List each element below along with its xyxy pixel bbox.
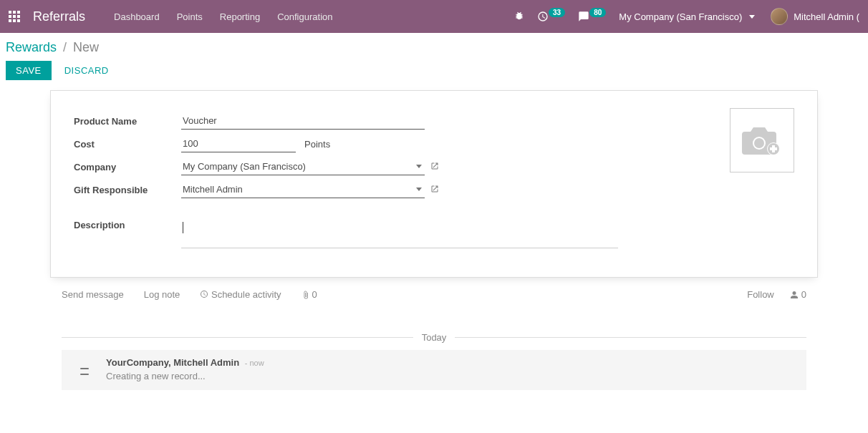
avatar bbox=[771, 8, 788, 25]
user-name: Mitchell Admin ( bbox=[794, 11, 859, 22]
discard-button[interactable]: DISCARD bbox=[62, 61, 112, 80]
input-gift-responsible[interactable] bbox=[181, 181, 413, 198]
nav-configuration[interactable]: Configuration bbox=[277, 11, 332, 22]
messages-indicator[interactable]: 80 bbox=[578, 11, 606, 22]
message-body: Creating a new record... bbox=[106, 371, 264, 381]
company-name: My Company (San Francisco) bbox=[619, 11, 742, 22]
chat-icon bbox=[578, 11, 589, 22]
send-message-button[interactable]: Send message bbox=[62, 289, 124, 300]
svg-rect-5 bbox=[770, 147, 777, 150]
company-external-link-icon[interactable] bbox=[430, 162, 439, 172]
log-note-button[interactable]: Log note bbox=[144, 289, 180, 300]
followers-button[interactable]: 0 bbox=[790, 289, 806, 300]
company-switcher[interactable]: My Company (San Francisco) bbox=[619, 11, 758, 22]
input-cost[interactable] bbox=[181, 135, 296, 152]
breadcrumb-parent[interactable]: Rewards bbox=[6, 40, 57, 54]
camera-plus-icon bbox=[739, 123, 785, 157]
breadcrumb-separator: / bbox=[63, 40, 67, 54]
gift-responsible-external-link-icon[interactable] bbox=[430, 185, 439, 195]
control-panel: Rewards / New SAVE DISCARD bbox=[0, 33, 868, 80]
chatter: Send message Log note Schedule activity … bbox=[50, 278, 818, 390]
message-avatar-placeholder bbox=[72, 357, 97, 383]
nav-dashboard[interactable]: Dashboard bbox=[114, 11, 160, 22]
attachments-count: 0 bbox=[312, 289, 317, 300]
chevron-down-icon bbox=[749, 15, 755, 19]
day-label: Today bbox=[413, 332, 455, 343]
input-company[interactable] bbox=[181, 158, 413, 175]
save-button[interactable]: SAVE bbox=[6, 61, 52, 80]
clock-icon bbox=[537, 11, 549, 22]
navbar-right: 33 80 My Company (San Francisco) Mitchel… bbox=[514, 8, 859, 25]
chatter-toolbar: Send message Log note Schedule activity … bbox=[62, 286, 806, 303]
label-cost: Cost bbox=[74, 139, 181, 150]
person-icon bbox=[790, 291, 799, 299]
activities-indicator[interactable]: 33 bbox=[537, 11, 565, 22]
activities-count: 33 bbox=[549, 8, 565, 17]
label-gift-responsible: Gift Responsible bbox=[74, 185, 181, 195]
label-description: Description bbox=[74, 220, 181, 230]
user-menu[interactable]: Mitchell Admin ( bbox=[771, 8, 859, 25]
field-cost: Cost Points bbox=[74, 135, 618, 152]
attachments-button[interactable]: 0 bbox=[302, 289, 317, 300]
schedule-activity-button[interactable]: Schedule activity bbox=[200, 289, 281, 300]
paperclip-icon bbox=[302, 291, 310, 299]
breadcrumb: Rewards / New bbox=[6, 40, 857, 55]
action-buttons: SAVE DISCARD bbox=[6, 61, 857, 80]
field-description: Description bbox=[74, 220, 618, 248]
nav-points[interactable]: Points bbox=[177, 11, 203, 22]
form-sheet: Product Name Cost Points Company bbox=[50, 90, 818, 278]
breadcrumb-current: New bbox=[73, 40, 99, 54]
input-description[interactable] bbox=[181, 220, 618, 248]
nav-reporting[interactable]: Reporting bbox=[220, 11, 260, 22]
message-time: - now bbox=[245, 359, 264, 367]
image-upload-box[interactable] bbox=[730, 108, 794, 172]
top-navbar: Referrals Dashboard Points Reporting Con… bbox=[0, 0, 868, 33]
field-gift-responsible: Gift Responsible bbox=[74, 181, 618, 198]
label-points-suffix: Points bbox=[304, 139, 330, 150]
day-separator: Today bbox=[62, 332, 806, 343]
gift-responsible-dropdown-icon[interactable] bbox=[416, 188, 422, 191]
bug-icon[interactable] bbox=[514, 11, 524, 23]
field-company: Company bbox=[74, 158, 618, 175]
follow-button[interactable]: Follow bbox=[747, 289, 774, 300]
form-fields: Product Name Cost Points Company bbox=[74, 112, 618, 248]
message-author[interactable]: YourCompany, Mitchell Admin bbox=[106, 357, 239, 368]
clock-icon bbox=[200, 290, 208, 298]
nav-menu: Dashboard Points Reporting Configuration bbox=[114, 11, 514, 22]
input-product-name[interactable] bbox=[181, 112, 425, 130]
app-brand[interactable]: Referrals bbox=[33, 9, 85, 24]
followers-count: 0 bbox=[801, 289, 806, 300]
label-product-name: Product Name bbox=[74, 116, 181, 127]
message-item: YourCompany, Mitchell Admin - now Creati… bbox=[62, 350, 806, 390]
apps-icon[interactable] bbox=[9, 11, 20, 22]
svg-point-1 bbox=[754, 138, 764, 148]
form-sheet-bg: Product Name Cost Points Company bbox=[0, 90, 868, 390]
company-dropdown-icon[interactable] bbox=[416, 165, 422, 168]
messages-count: 80 bbox=[589, 8, 606, 17]
label-company: Company bbox=[74, 162, 181, 172]
field-product-name: Product Name bbox=[74, 112, 618, 130]
